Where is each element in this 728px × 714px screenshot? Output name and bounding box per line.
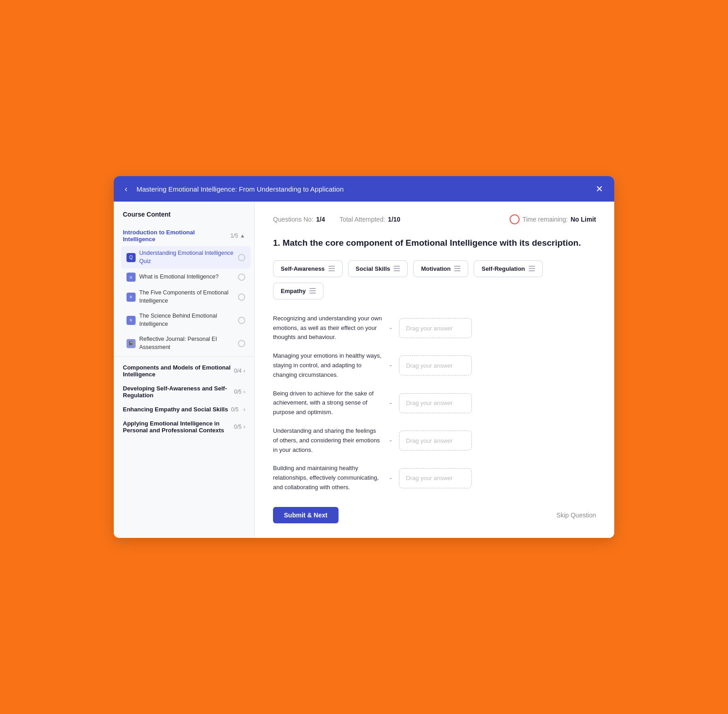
question-title: 1. Match the core component of Emotional… bbox=[273, 237, 596, 249]
chip-social-skills-label: Social Skills bbox=[356, 265, 390, 272]
sidebar-item-five-components-radio bbox=[238, 294, 245, 301]
chevron-right-icon-1: › bbox=[243, 368, 245, 374]
match-row-4: Understanding and sharing the feelings o… bbox=[273, 426, 596, 455]
question-no-label: Questions No: bbox=[273, 216, 313, 223]
time-remaining-item: Time remaining: No Limit bbox=[510, 214, 596, 224]
chip-self-awareness-label: Self-Awareness bbox=[281, 265, 325, 272]
journal-icon: 📓 bbox=[126, 339, 136, 348]
close-button[interactable]: ✕ bbox=[592, 182, 607, 196]
question-no-item: Questions No: 1/4 bbox=[273, 216, 325, 223]
sidebar-active-section: Introduction to Emotional Intelligence 1… bbox=[114, 225, 254, 354]
total-attempted-value: 1/10 bbox=[388, 216, 400, 223]
chip-motivation-label: Motivation bbox=[421, 265, 450, 272]
back-button[interactable]: ‹ bbox=[121, 182, 131, 196]
match-dash-1: - bbox=[389, 324, 392, 332]
chip-self-regulation-label: Self-Regulation bbox=[481, 265, 525, 272]
sidebar-item-science[interactable]: ≡ The Science Behind Emotional Intellige… bbox=[121, 309, 251, 331]
chips-row: Self-Awareness Social Skills Motivation bbox=[273, 260, 596, 299]
match-row-1: Recognizing and understanding your own e… bbox=[273, 314, 596, 342]
sidebar: Course Content Introduction to Emotional… bbox=[114, 202, 255, 538]
sidebar-item-what-is[interactable]: ≡ What is Emotional Intelligence? bbox=[121, 269, 251, 285]
sidebar-section-components-meta: 0/4 bbox=[234, 368, 242, 374]
sidebar-item-reflective[interactable]: 📓 Reflective Journal: Personal EI Assess… bbox=[121, 332, 251, 354]
match-dash-2: - bbox=[389, 361, 392, 370]
sidebar-section-intro-title: Introduction to Emotional Intelligence bbox=[123, 229, 227, 243]
drag-handle-2 bbox=[394, 266, 400, 271]
sidebar-section-self-reg-meta: 0/5 bbox=[234, 389, 242, 395]
sidebar-section-applying-meta: 0/5 bbox=[234, 424, 242, 430]
drag-handle-1 bbox=[329, 266, 335, 271]
sidebar-section-components-title: Components and Models of Emotional Intel… bbox=[123, 364, 234, 378]
question-no-value: 1/4 bbox=[316, 216, 325, 223]
sidebar-section-self-regulation[interactable]: Developing Self-Awareness and Self-Regul… bbox=[114, 381, 254, 402]
sidebar-section-intro-header[interactable]: Introduction to Emotional Intelligence 1… bbox=[114, 225, 254, 246]
sidebar-item-science-radio bbox=[238, 317, 245, 324]
time-remaining-label: Time remaining: bbox=[522, 216, 568, 223]
match-row-3: Being driven to achieve for the sake of … bbox=[273, 389, 596, 417]
sidebar-section-intro-meta: 1/5 bbox=[230, 233, 238, 239]
time-remaining-value: No Limit bbox=[571, 216, 596, 223]
doc-icon-3: ≡ bbox=[126, 316, 136, 325]
doc-icon-2: ≡ bbox=[126, 293, 136, 302]
match-row-2: Managing your emotions in healthy ways, … bbox=[273, 351, 596, 380]
sidebar-item-reflective-label: Reflective Journal: Personal EI Assessme… bbox=[139, 335, 234, 351]
match-drop-zone-5[interactable]: Drag your answer bbox=[399, 468, 472, 488]
chevron-right-icon-3: › bbox=[243, 406, 245, 413]
sidebar-section-empathy-title: Enhancing Empathy and Social Skills bbox=[123, 406, 228, 413]
sidebar-section-applying[interactable]: Applying Emotional Intelligence in Perso… bbox=[114, 416, 254, 437]
sidebar-section-self-reg-title: Developing Self-Awareness and Self-Regul… bbox=[123, 385, 234, 399]
chevron-up-icon: ▲ bbox=[240, 233, 245, 239]
drag-handle-5 bbox=[309, 288, 316, 294]
drop-placeholder-3: Drag your answer bbox=[406, 400, 453, 406]
chevron-right-icon-4: › bbox=[243, 424, 245, 430]
drag-handle-3 bbox=[454, 266, 460, 271]
chip-self-awareness[interactable]: Self-Awareness bbox=[273, 260, 343, 277]
chip-self-regulation[interactable]: Self-Regulation bbox=[474, 260, 542, 277]
match-description-3: Being driven to achieve for the sake of … bbox=[273, 389, 382, 417]
match-drop-zone-3[interactable]: Drag your answer bbox=[399, 393, 472, 413]
drop-placeholder-4: Drag your answer bbox=[406, 437, 453, 444]
match-drop-zone-4[interactable]: Drag your answer bbox=[399, 430, 472, 451]
drop-placeholder-5: Drag your answer bbox=[406, 475, 453, 481]
match-description-4: Understanding and sharing the feelings o… bbox=[273, 426, 382, 455]
match-description-5: Building and maintaining healthy relatio… bbox=[273, 464, 382, 492]
total-attempted-item: Total Attempted: 1/10 bbox=[339, 216, 400, 223]
quiz-footer: Submit & Next Skip Question bbox=[273, 507, 596, 523]
skip-question-button[interactable]: Skip Question bbox=[556, 511, 596, 519]
sidebar-item-five-components[interactable]: ≡ The Five Components of Emotional Intel… bbox=[121, 286, 251, 308]
sidebar-items-list: Q Understanding Emotional Intelligence Q… bbox=[114, 246, 254, 354]
chevron-right-icon-2: › bbox=[243, 389, 245, 395]
sidebar-item-science-label: The Science Behind Emotional Intelligenc… bbox=[139, 312, 234, 328]
header-title: Mastering Emotional Intelligence: From U… bbox=[136, 185, 592, 193]
sidebar-item-quiz-label: Understanding Emotional Intelligence Qui… bbox=[139, 249, 234, 265]
quiz-meta-bar: Questions No: 1/4 Total Attempted: 1/10 … bbox=[273, 214, 596, 224]
main-content: Questions No: 1/4 Total Attempted: 1/10 … bbox=[255, 202, 614, 538]
chip-social-skills[interactable]: Social Skills bbox=[348, 260, 408, 277]
drop-placeholder-1: Drag your answer bbox=[406, 325, 453, 332]
sidebar-section-empathy-meta: 0/5 bbox=[231, 406, 239, 413]
sidebar-item-quiz-radio bbox=[238, 254, 245, 261]
chip-empathy[interactable]: Empathy bbox=[273, 283, 324, 299]
sidebar-item-quiz[interactable]: Q Understanding Emotional Intelligence Q… bbox=[121, 246, 251, 268]
match-drop-zone-2[interactable]: Drag your answer bbox=[399, 355, 472, 375]
body-layout: Course Content Introduction to Emotional… bbox=[114, 202, 614, 538]
chip-motivation[interactable]: Motivation bbox=[413, 260, 468, 277]
sidebar-section-components[interactable]: Components and Models of Emotional Intel… bbox=[114, 360, 254, 381]
match-rows: Recognizing and understanding your own e… bbox=[273, 314, 596, 492]
doc-icon-1: ≡ bbox=[126, 273, 136, 282]
sidebar-item-reflective-radio bbox=[238, 340, 245, 347]
header: ‹ Mastering Emotional Intelligence: From… bbox=[114, 176, 614, 202]
match-dash-3: - bbox=[389, 399, 392, 407]
drop-placeholder-2: Drag your answer bbox=[406, 362, 453, 369]
drag-handle-4 bbox=[529, 266, 535, 271]
chip-empathy-label: Empathy bbox=[281, 288, 306, 294]
match-description-2: Managing your emotions in healthy ways, … bbox=[273, 351, 382, 380]
match-drop-zone-1[interactable]: Drag your answer bbox=[399, 318, 472, 338]
sidebar-section-empathy[interactable]: Enhancing Empathy and Social Skills 0/5 … bbox=[114, 402, 254, 416]
sidebar-section-applying-title: Applying Emotional Intelligence in Perso… bbox=[123, 420, 234, 434]
sidebar-item-five-components-label: The Five Components of Emotional Intelli… bbox=[139, 289, 234, 305]
sidebar-title: Course Content bbox=[114, 211, 254, 225]
match-row-5: Building and maintaining healthy relatio… bbox=[273, 464, 596, 492]
submit-next-button[interactable]: Submit & Next bbox=[273, 507, 339, 523]
time-circle-icon bbox=[510, 214, 520, 224]
